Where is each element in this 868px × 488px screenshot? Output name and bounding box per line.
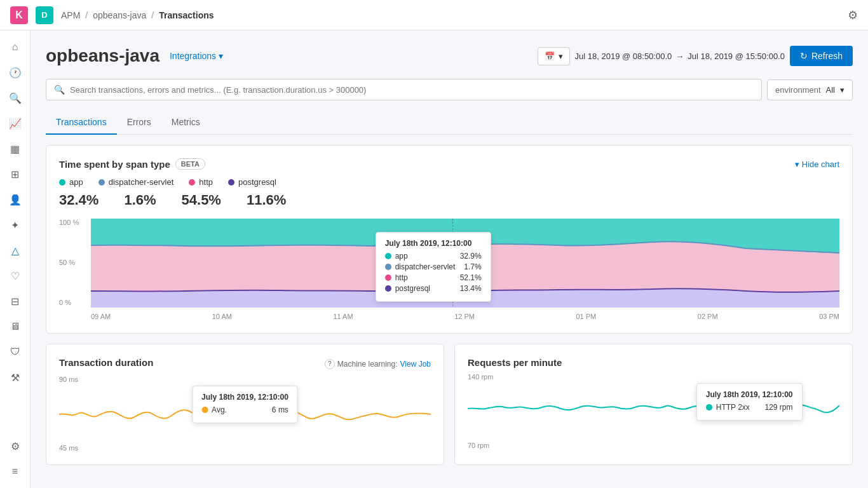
duration-tooltip: July 18th 2019, 12:10:00 Avg. 6 ms [192, 386, 298, 423]
calendar-icon: 📅 [545, 51, 555, 61]
search-input[interactable] [70, 85, 754, 95]
env-label: environment [775, 85, 821, 95]
stacked-chart-area: 100 % 50 % 0 % [59, 219, 839, 320]
page-header: opbeans-java Integrations ▾ 📅 ▾ Jul 18, … [46, 46, 853, 66]
sidebar-item-settings[interactable]: ⚙ [4, 435, 27, 458]
tab-errors[interactable]: Errors [117, 111, 161, 135]
sidebar-item-apm[interactable]: △ [4, 239, 27, 262]
tooltip-row-app: app 32.9% [385, 252, 482, 261]
tab-transactions[interactable]: Transactions [46, 111, 117, 135]
sidebar-item-devtools[interactable]: ⚒ [4, 366, 27, 389]
sidebar-item-logs[interactable]: ⊟ [4, 290, 27, 313]
date-range-area: 📅 ▾ Jul 18, 2019 @ 08:50:00.0 → Jul 18, … [538, 46, 853, 66]
rpm-y-mid: 70 rpm [468, 442, 839, 449]
y-labels: 100 % 50 % 0 % [59, 219, 91, 308]
chevron-down-icon: ▾ [840, 85, 844, 95]
legend-row: app dispatcher-servlet http postgresql [59, 177, 839, 187]
kibana-logo: K [10, 6, 28, 24]
tooltip-title: July 18th 2019, 12:10:00 [385, 239, 482, 248]
stat-dispatcher: 1.6% [124, 192, 156, 208]
search-row: 🔍 environment All ▾ [46, 79, 853, 100]
card-header: Time spent by span type BETA ▾ Hide char… [59, 158, 839, 170]
chevron-down-icon: ▾ [795, 159, 799, 169]
time-spent-card: Time spent by span type BETA ▾ Hide char… [46, 145, 853, 334]
info-icon: ? [325, 359, 335, 369]
refresh-icon: ↻ [800, 51, 808, 61]
search-icon: 🔍 [54, 85, 65, 95]
tooltip-row-http: http 52.1% [385, 273, 482, 282]
card-title: Time spent by span type BETA [59, 158, 205, 170]
tooltip-row-dispatcher: dispatcher-servlet 1.7% [385, 262, 482, 271]
transaction-duration-title: Transaction duration [59, 357, 153, 368]
rpm-y-max: 140 rpm [468, 373, 839, 381]
main-content: opbeans-java Integrations ▾ 📅 ▾ Jul 18, … [31, 30, 868, 488]
date-range-text: Jul 18, 2019 @ 08:50:00.0 → Jul 18, 2019… [575, 51, 785, 61]
refresh-button[interactable]: ↻ Refresh [790, 46, 853, 66]
sidebar-item-infra[interactable]: 🖥 [4, 315, 27, 338]
y-mid-label: 45 ms [59, 444, 431, 452]
tabs: Transactions Errors Metrics [46, 111, 853, 135]
sidebar-item-home[interactable]: ⌂ [4, 36, 27, 58]
rpm-tooltip: July 18th 2019, 12:10:00 HTTP 2xx 129 rp… [696, 383, 803, 421]
legend-postgresql: postgresql [228, 177, 276, 187]
tooltip-avg-row: Avg. 6 ms [201, 405, 288, 414]
stats-row: 32.4% 1.6% 54.5% 11.6% [59, 192, 839, 208]
date-picker-button[interactable]: 📅 ▾ [538, 47, 570, 65]
stat-app: 32.4% [59, 192, 98, 208]
sidebar-item-discover[interactable]: 🔍 [4, 86, 27, 109]
sidebar-item-recent[interactable]: 🕐 [4, 61, 27, 84]
chevron-down-icon: ▾ [219, 51, 223, 61]
tooltip-row-postgresql: postgresql 13.4% [385, 284, 482, 293]
requests-per-minute-title: Requests per minute [468, 357, 562, 368]
chevron-down-icon: ▾ [559, 51, 563, 61]
sidebar-item-maps[interactable]: 👤 [4, 188, 27, 211]
sidebar-item-ml[interactable]: ✦ [4, 214, 27, 236]
page-title: opbeans-java [46, 46, 159, 66]
breadcrumb-apm[interactable]: APM [61, 10, 80, 20]
sidebar-item-visualize[interactable]: 📈 [4, 112, 27, 135]
tab-metrics[interactable]: Metrics [161, 111, 210, 135]
beta-badge: BETA [175, 158, 205, 170]
y-max-label: 90 ms [59, 376, 431, 383]
hide-chart-button[interactable]: ▾ Hide chart [795, 159, 839, 169]
env-filter[interactable]: environment All ▾ [767, 79, 853, 100]
legend-dispatcher: dispatcher-servlet [98, 177, 174, 187]
stacked-chart-svg: July 18th 2019, 12:10:00 app 32.9% dispa… [91, 219, 839, 308]
sidebar: ⌂ 🕐 🔍 📈 ▦ ⊞ 👤 ✦ △ ♡ ⊟ 🖥 🛡 ⚒ ⚙ ≡ [0, 30, 31, 488]
sidebar-item-collapse[interactable]: ≡ [4, 460, 27, 483]
requests-per-minute-card: Requests per minute 140 rpm July 18th 20… [454, 344, 853, 465]
app-icon: D [36, 6, 53, 24]
date-from: Jul 18, 2019 @ 08:50:00.0 [575, 51, 672, 61]
topbar-right: ⚙ [848, 8, 858, 22]
stat-postgresql: 11.6% [247, 192, 286, 208]
sidebar-item-dashboard[interactable]: ▦ [4, 137, 27, 160]
stat-http: 54.5% [182, 192, 221, 208]
breadcrumb-service[interactable]: opbeans-java [93, 10, 146, 20]
legend-http: http [189, 177, 213, 187]
env-value: All [826, 85, 835, 95]
date-arrow: → [675, 51, 684, 61]
rpm-chart: July 18th 2019, 12:10:00 HTTP 2xx 129 rp… [468, 383, 839, 440]
sidebar-item-canvas[interactable]: ⊞ [4, 163, 27, 186]
ml-link: ? Machine learning: View Job [325, 359, 431, 369]
date-to: Jul 18, 2019 @ 15:50:00.0 [688, 51, 785, 61]
transaction-duration-card: Transaction duration ? Machine learning:… [46, 344, 444, 465]
breadcrumb-current: Transactions [159, 10, 214, 20]
legend-app: app [59, 177, 83, 187]
gear-icon[interactable]: ⚙ [848, 9, 858, 22]
sidebar-item-siem[interactable]: 🛡 [4, 341, 27, 363]
search-input-wrap: 🔍 [46, 79, 762, 100]
topbar: K D APM / opbeans-java / Transactions ⚙ [0, 0, 868, 30]
bottom-row: Transaction duration ? Machine learning:… [46, 344, 853, 465]
view-job-link[interactable]: View Job [400, 360, 431, 369]
integrations-button[interactable]: Integrations ▾ [170, 51, 223, 61]
breadcrumb: APM / opbeans-java / Transactions [61, 10, 214, 20]
duration-chart: July 18th 2019, 12:10:00 Avg. 6 ms [59, 386, 431, 443]
sidebar-item-uptime[interactable]: ♡ [4, 264, 27, 287]
x-labels: 09 AM 10 AM 11 AM 12 PM 01 PM 02 PM 03 P… [91, 313, 839, 320]
tooltip-http2xx-row: HTTP 2xx 129 rpm [706, 403, 793, 412]
chart-tooltip: July 18th 2019, 12:10:00 app 32.9% dispa… [376, 232, 491, 302]
